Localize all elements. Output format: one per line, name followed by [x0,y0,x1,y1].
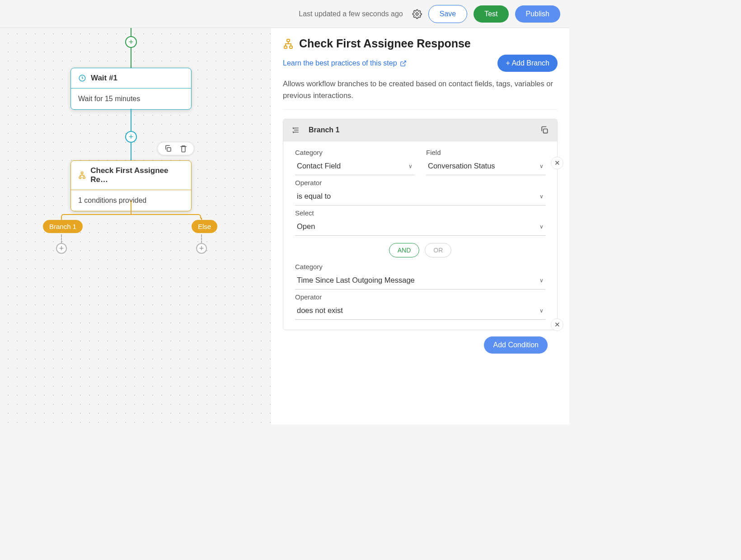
external-link-icon [400,60,407,67]
field-select[interactable]: Conversation Status∨ [426,158,545,175]
connector [201,234,202,243]
reorder-icon[interactable] [291,126,300,134]
category-label: Category [295,149,414,156]
branch-node-header: Check First Assignee Re… [71,161,191,190]
operator-select[interactable]: does not exist∨ [295,303,545,320]
trash-icon[interactable] [179,145,188,153]
svg-rect-2 [167,148,171,151]
branch-icon [78,171,86,179]
wait-node-title: Wait #1 [91,74,117,83]
svg-rect-3 [81,172,83,174]
connector [131,143,131,160]
wait-node[interactable]: Wait #1 Wait for 15 minutes [70,68,192,110]
add-branch-button[interactable]: + Add Branch [497,55,558,72]
value-select[interactable]: Open∨ [295,219,545,236]
remove-condition-button[interactable]: ✕ [551,157,563,169]
wait-node-body: Wait for 15 minutes [71,89,191,109]
branch-card: Branch 1 ✕ Category Contact Field∨ Field… [283,119,558,330]
panel-description: Allows workflow branches to be created b… [283,78,558,110]
chevron-down-icon: ∨ [539,277,544,284]
add-condition-button[interactable]: Add Condition [484,336,548,354]
copy-icon[interactable] [164,145,172,153]
last-updated-text: Last updated a few seconds ago [299,10,403,18]
svg-point-0 [416,13,418,15]
publish-button[interactable]: Publish [515,5,560,23]
svg-rect-5 [83,177,85,179]
connector [61,234,62,243]
category-select[interactable]: Contact Field∨ [295,158,414,175]
branch-icon [283,38,294,49]
svg-rect-7 [284,46,287,48]
chevron-down-icon: ∨ [539,224,544,230]
connector [131,28,131,36]
svg-rect-9 [544,129,548,133]
connector [131,109,131,131]
add-node-icon[interactable]: + [125,131,137,143]
operator-label: Operator [295,293,545,301]
chevron-down-icon: ∨ [539,308,544,314]
connector [131,201,131,214]
operator-select[interactable]: is equal to∨ [295,188,545,205]
chevron-down-icon: ∨ [408,163,413,169]
svg-rect-6 [287,39,290,42]
remove-condition-button[interactable]: ✕ [551,318,563,331]
node-toolbar [157,142,194,155]
config-panel: Check First Assignee Response Learn the … [271,28,569,425]
select-label: Select [295,209,545,217]
workflow-canvas[interactable]: + Wait #1 Wait for 15 minutes + Check Fi… [0,28,271,425]
branch-name: Branch 1 [309,126,531,134]
and-button[interactable]: AND [389,243,420,257]
field-label: Field [426,149,545,156]
category-select[interactable]: Time Since Last Outgoing Message∨ [295,272,545,289]
chevron-down-icon: ∨ [539,193,544,200]
connector [131,48,131,68]
test-button[interactable]: Test [474,5,508,23]
svg-rect-4 [79,177,81,179]
add-node-icon[interactable]: + [196,243,207,254]
add-node-icon[interactable]: + [125,36,137,48]
clock-icon [78,74,86,82]
learn-link-text: Learn the best practices of this step [283,59,397,67]
branch-card-header: Branch 1 [283,119,557,141]
operator-label: Operator [295,179,545,187]
chevron-down-icon: ∨ [539,163,544,169]
or-button[interactable]: OR [425,243,451,257]
else-badge[interactable]: Else [192,220,217,233]
branch1-badge[interactable]: Branch 1 [43,220,83,233]
learn-link[interactable]: Learn the best practices of this step [283,59,407,67]
svg-rect-8 [290,46,292,48]
panel-title: Check First Assignee Response [299,37,471,50]
add-node-icon[interactable]: + [56,243,67,254]
category-label: Category [295,263,545,271]
copy-icon[interactable] [540,126,549,135]
wait-node-header: Wait #1 [71,68,191,89]
gear-icon[interactable] [412,9,422,19]
header: Last updated a few seconds ago Save Test… [0,0,569,28]
save-button[interactable]: Save [428,5,467,23]
connector [61,214,201,219]
branch-node-title: Check First Assignee Re… [90,166,184,184]
